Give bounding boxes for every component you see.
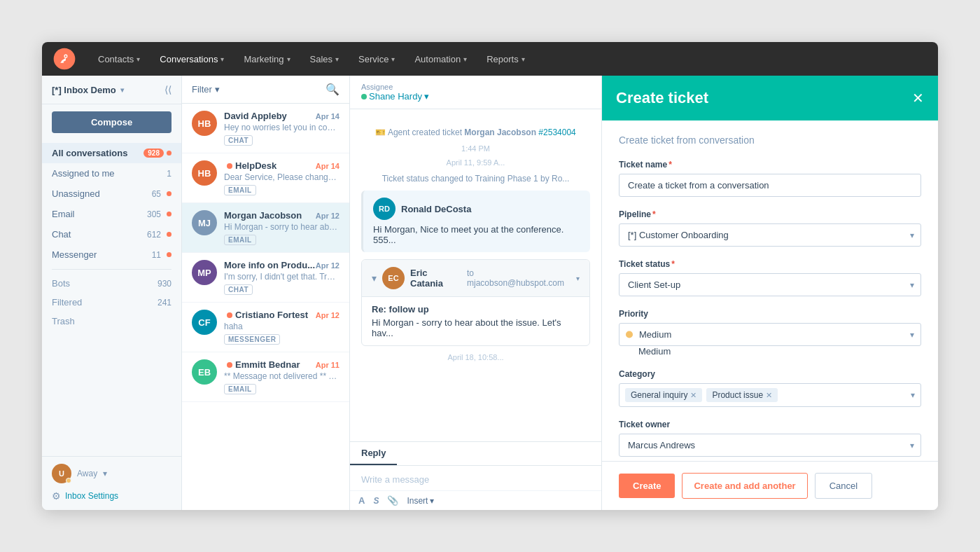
nav-automation-chevron: ▾ — [463, 55, 467, 63]
compose-button[interactable]: Compose — [52, 111, 172, 133]
email-preview: Hi Morgan - sorry to hear about the issu… — [372, 317, 580, 338]
nav-service-chevron: ▾ — [391, 55, 395, 63]
main-area: [*] Inbox Demo ▾ ⟨⟨ Compose All conversa… — [42, 76, 938, 510]
conv-avatar-mp: MP — [192, 260, 217, 285]
sidebar-item-email[interactable]: Email 305 — [42, 204, 181, 224]
email-badge: 305 — [147, 209, 161, 219]
sidebar-footer: U Away ▾ — [42, 456, 181, 490]
conv-item-david-appleby[interactable]: HB David Appleby Apr 14 Hey no worries l… — [182, 104, 349, 153]
compose-area[interactable]: Write a message — [350, 466, 601, 490]
priority-select[interactable]: Medium — [619, 323, 921, 346]
toolbar-italic-icon[interactable]: S — [373, 496, 379, 506]
conv-item-cristiano[interactable]: CF Cristiano Fortest Apr 12 haha MESSENG… — [182, 303, 349, 352]
ticket-status-select[interactable]: Client Set-up — [619, 273, 921, 296]
unread-dot-eb — [227, 362, 232, 368]
nav-marketing-chevron: ▾ — [287, 55, 290, 63]
ticket-name-input[interactable] — [619, 174, 921, 197]
inbox-settings-link[interactable]: Inbox Settings — [65, 491, 118, 501]
category-tag-general: General inquiry ✕ — [625, 388, 702, 402]
conversation-list: Filter ▾ 🔍 HB David Appleby Apr 14 Hey n… — [182, 76, 350, 510]
ticket-header: Create ticket ✕ — [602, 76, 938, 120]
sidebar-item-unassigned[interactable]: Unassigned 65 — [42, 184, 181, 204]
eric-chevron: ▾ — [576, 275, 580, 282]
conv-item-helpdesk[interactable]: HB HelpDesk Apr 14 Dear Service, Please … — [182, 153, 349, 203]
compose-tabs: Reply — [350, 442, 601, 466]
nav-items: Contacts ▾ Conversations ▾ Marketing ▾ S… — [90, 50, 927, 69]
collapse-eric-icon[interactable]: ▾ — [372, 272, 377, 284]
sidebar-item-bots[interactable]: Bots 930 — [42, 274, 181, 293]
category-tag-general-remove[interactable]: ✕ — [690, 391, 696, 400]
avatar: U — [52, 464, 71, 483]
filter-button[interactable]: Filter ▾ — [192, 84, 220, 95]
nav-conversations[interactable]: Conversations ▾ — [151, 50, 232, 69]
sidebar-item-assigned-to-me[interactable]: Assigned to me 1 — [42, 163, 181, 184]
sidebar-item-filtered[interactable]: Filtered 241 — [42, 293, 181, 312]
search-icon[interactable]: 🔍 — [326, 83, 340, 96]
ticket-footer: Create Create and add another Cancel — [602, 461, 938, 510]
assignee-chevron: ▾ — [424, 91, 429, 102]
nav-automation[interactable]: Automation ▾ — [406, 50, 475, 69]
inbox-chevron: ▾ — [120, 86, 124, 94]
category-field: Category General inquiry ✕ Product issue… — [619, 369, 921, 407]
compose-toolbar: A S 📎 Insert ▾ — [350, 490, 601, 510]
create-button[interactable]: Create — [619, 474, 675, 498]
conv-item-emmitt[interactable]: EB Emmitt Bednar Apr 11 ** Message not d… — [182, 352, 349, 402]
sidebar: [*] Inbox Demo ▾ ⟨⟨ Compose All conversa… — [42, 76, 182, 510]
user-status[interactable]: U Away ▾ — [52, 464, 107, 483]
ticket-name-field: Ticket name * — [619, 160, 921, 197]
hubspot-logo — [53, 48, 76, 70]
inbox-title[interactable]: [*] Inbox Demo ▾ — [52, 85, 124, 95]
conv-avatar-morgan: MJ — [192, 210, 217, 235]
nav-marketing[interactable]: Marketing ▾ — [235, 50, 298, 69]
toolbar-attach-icon[interactable]: 📎 — [387, 495, 398, 506]
top-nav: Contacts ▾ Conversations ▾ Marketing ▾ S… — [42, 42, 938, 76]
toolbar-bold-icon[interactable]: A — [358, 495, 365, 506]
sidebar-item-all-conversations[interactable]: All conversations 928 — [42, 143, 181, 163]
category-tag-product-remove[interactable]: ✕ — [766, 391, 772, 400]
category-chevron[interactable]: ▾ — [911, 390, 915, 400]
category-tag-product: Product issue ✕ — [706, 388, 778, 402]
assignee-name[interactable]: Shane Hardy ▾ — [361, 91, 429, 102]
nav-reports[interactable]: Reports ▾ — [478, 50, 533, 69]
nav-conversations-chevron: ▾ — [220, 55, 224, 63]
chat-badge: 612 — [147, 230, 161, 240]
cancel-button[interactable]: Cancel — [815, 473, 872, 499]
create-and-add-another-button[interactable]: Create and add another — [682, 473, 807, 499]
sidebar-header: [*] Inbox Demo ▾ ⟨⟨ — [42, 76, 181, 104]
messenger-dot — [167, 252, 172, 257]
reply-tab[interactable]: Reply — [350, 442, 397, 465]
ticket-close-button[interactable]: ✕ — [912, 91, 924, 105]
conv-item-morgan-jacobson[interactable]: MJ Morgan Jacobson Apr 12 Hi Morgan - so… — [182, 203, 349, 253]
nav-reports-chevron: ▾ — [522, 55, 525, 63]
assignee-label: Assignee — [361, 83, 429, 91]
nav-contacts[interactable]: Contacts ▾ — [90, 50, 148, 69]
nav-sales-chevron: ▾ — [335, 55, 339, 63]
pipeline-field: Pipeline * [*] Customer Onboarding ▾ — [619, 209, 921, 247]
priority-field: Priority Medium ▾ Medium — [619, 309, 921, 357]
sender-eric: Eric Catania — [410, 268, 461, 289]
bots-badge: 930 — [158, 279, 172, 289]
chat-messages: 🎫 Agent created ticket Morgan Jacobson #… — [350, 109, 601, 441]
insert-button[interactable]: Insert ▾ — [407, 496, 434, 506]
collapse-sidebar-icon[interactable]: ⟨⟨ — [164, 84, 172, 95]
filtered-badge: 241 — [158, 298, 172, 308]
ticket-panel: Create ticket ✕ Create ticket from conve… — [602, 76, 938, 510]
nav-contacts-chevron: ▾ — [136, 55, 140, 63]
email-dot — [167, 212, 172, 216]
sidebar-item-chat[interactable]: Chat 612 — [42, 224, 181, 244]
inbox-settings-row: ⚙ Inbox Settings — [42, 490, 181, 510]
conv-avatar-cf: CF — [192, 310, 217, 335]
sidebar-item-messenger[interactable]: Messenger 11 — [42, 244, 181, 265]
nav-service[interactable]: Service ▾ — [350, 50, 403, 69]
pipeline-select[interactable]: [*] Customer Onboarding — [619, 223, 921, 247]
category-wrap[interactable]: General inquiry ✕ Product issue ✕ ▾ — [619, 383, 921, 407]
chat-header: Assignee Shane Hardy ▾ — [350, 76, 601, 109]
nav-sales[interactable]: Sales ▾ — [302, 50, 348, 69]
conv-avatar-eb: EB — [192, 359, 217, 385]
chat-panel: Assignee Shane Hardy ▾ 🎫 Agent created t… — [350, 76, 602, 510]
ticket-owner-select[interactable]: Marcus Andrews — [619, 434, 921, 457]
app-window: Contacts ▾ Conversations ▾ Marketing ▾ S… — [42, 42, 938, 510]
conv-item-more-info[interactable]: MP More info on Produ... Apr 12 I'm sorr… — [182, 253, 349, 303]
insert-chevron: ▾ — [430, 496, 434, 506]
sidebar-item-trash[interactable]: Trash — [42, 312, 181, 331]
